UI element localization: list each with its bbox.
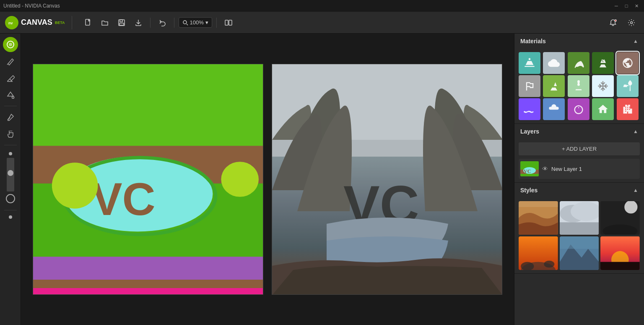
close-button[interactable]: ✕ [632,2,641,10]
painting: VC [33,64,263,294]
logo: nv CANVASBETA [5,16,72,29]
segmentation-canvas[interactable]: VC [33,64,263,295]
pen-tool[interactable] [3,54,18,69]
right-panel: Materials ▲ [514,34,644,325]
material-grass[interactable] [568,52,589,74]
material-rain[interactable] [543,98,565,120]
brush-large-indicator [6,194,15,203]
nvidia-logo: nv [5,16,18,29]
main-content: VC [0,34,644,325]
separator-2 [174,18,174,28]
layers-header: Layers ▲ [514,124,644,139]
svg-point-13 [12,97,14,99]
brush-small-indicator [9,152,12,155]
logo-beta: BETA [55,21,65,25]
svg-point-10 [631,21,633,24]
sidebar-separator [4,106,17,106]
separator-1 [150,18,151,28]
layers-collapse[interactable]: ▲ [633,128,638,134]
add-layer-button[interactable]: + ADD LAYER [519,142,640,155]
layer-visibility-button[interactable]: 👁 [542,165,548,172]
material-forest[interactable] [592,52,614,74]
svg-text:nv: nv [8,21,13,25]
export-button[interactable] [131,15,146,30]
material-wave[interactable] [519,98,540,120]
settings-button[interactable] [624,15,639,30]
svg-rect-9 [615,20,616,21]
material-rock[interactable] [519,75,540,97]
layer-item[interactable]: VC 👁 New Layer 1 [519,159,640,179]
svg-point-52 [544,261,554,268]
style-mountain[interactable] [560,236,599,270]
pan-tool[interactable] [3,126,18,142]
svg-rect-41 [519,201,558,207]
material-water[interactable] [617,75,639,97]
zoom-value: 100% [190,19,204,26]
save-button[interactable] [114,15,129,30]
svg-point-22 [221,162,259,197]
title-bar: Untitled - NVIDIA Canvas ─ □ ✕ [0,0,644,12]
svg-rect-29 [33,257,263,280]
style-sunset1[interactable] [519,236,558,270]
maximize-button[interactable]: □ [622,2,631,10]
materials-collapse[interactable]: ▲ [633,38,638,44]
svg-point-21 [52,162,98,209]
styles-grid [514,198,644,273]
svg-rect-30 [33,280,263,288]
material-beach[interactable] [519,52,540,74]
svg-rect-45 [560,222,599,235]
photo-output: VC [272,64,502,294]
material-cloud[interactable] [543,52,565,74]
toolbar: nv CANVASBETA [0,12,644,34]
eyedropper-tool[interactable] [3,110,18,125]
undo-button[interactable] [155,15,170,30]
size-slider-thumb [8,170,13,176]
material-flower[interactable] [568,98,589,120]
material-island[interactable] [568,75,589,97]
separator-3 [216,18,217,28]
app-title: Untitled - NVIDIA Canvas [3,3,60,9]
materials-title: Materials [520,38,546,45]
layers-section: Layers ▲ + ADD LAYER VC 👁 New Lay [514,124,644,183]
open-button[interactable] [97,15,112,30]
output-canvas[interactable]: VC [272,64,502,295]
size-slider[interactable] [7,158,14,191]
material-tree[interactable] [543,75,565,97]
svg-text:VC: VC [524,168,531,174]
materials-grid [514,49,644,123]
minimize-button[interactable]: ─ [612,2,621,10]
svg-rect-5 [119,23,124,25]
svg-point-12 [9,43,12,46]
material-house[interactable] [592,98,614,120]
window-controls[interactable]: ─ □ ✕ [612,2,641,10]
layer-thumbnail: VC [520,161,539,176]
svg-rect-16 [33,64,263,152]
zoom-control[interactable]: 100% ▾ [179,17,212,28]
layout-button[interactable] [221,15,236,30]
svg-rect-35 [272,64,502,294]
svg-rect-8 [229,20,232,25]
left-sidebar [0,34,21,325]
materials-section: Materials ▲ [514,34,644,124]
svg-text:VC: VC [91,173,155,225]
material-snow[interactable] [592,75,614,97]
new-button[interactable] [80,15,96,30]
style-sunset2[interactable] [600,236,640,270]
material-building[interactable] [617,98,639,120]
styles-collapse[interactable]: ▲ [633,187,638,193]
layers-title: Layers [520,128,539,135]
style-canyon[interactable] [519,201,558,235]
fill-tool[interactable] [3,87,18,102]
style-dark[interactable] [600,201,640,235]
photo-render: VC [272,64,502,294]
zoom-chevron: ▾ [205,19,208,26]
material-earth[interactable] [617,52,639,74]
toolbar-right [605,15,639,30]
brush-tool[interactable] [3,37,18,52]
canvas-area: VC [21,34,514,325]
layer-name[interactable]: New Layer 1 [551,166,638,172]
sidebar-separator-3 [4,210,17,210]
style-storm[interactable] [560,201,599,235]
eraser-tool[interactable] [3,71,18,86]
notifications-button[interactable] [605,15,621,30]
